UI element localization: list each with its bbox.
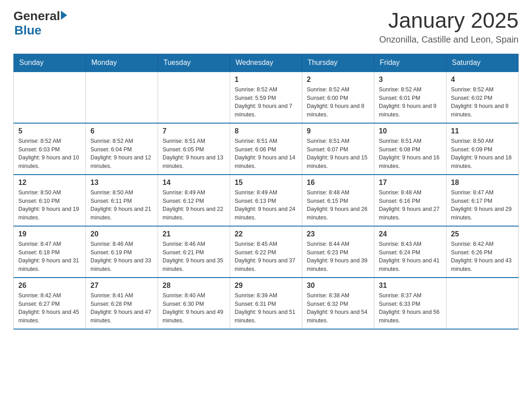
day-number: 27 <box>90 282 153 290</box>
week-row-3: 12Sunrise: 8:50 AM Sunset: 6:10 PM Dayli… <box>14 175 519 226</box>
table-row: 1Sunrise: 8:52 AM Sunset: 5:59 PM Daylig… <box>230 72 302 123</box>
table-row: 21Sunrise: 8:46 AM Sunset: 6:21 PM Dayli… <box>158 226 230 278</box>
table-row: 8Sunrise: 8:51 AM Sunset: 6:06 PM Daylig… <box>230 123 302 175</box>
table-row: 31Sunrise: 8:37 AM Sunset: 6:33 PM Dayli… <box>374 278 446 329</box>
day-number: 3 <box>379 76 442 84</box>
day-number: 10 <box>379 127 442 135</box>
calendar-subtitle: Onzonilla, Castille and Leon, Spain <box>379 34 519 45</box>
day-number: 21 <box>163 230 225 238</box>
day-info: Sunrise: 8:42 AM Sunset: 6:27 PM Dayligh… <box>18 291 81 325</box>
day-info: Sunrise: 8:50 AM Sunset: 6:10 PM Dayligh… <box>18 188 81 222</box>
table-row: 20Sunrise: 8:46 AM Sunset: 6:19 PM Dayli… <box>86 226 158 278</box>
week-row-5: 26Sunrise: 8:42 AM Sunset: 6:27 PM Dayli… <box>14 278 519 329</box>
week-row-4: 19Sunrise: 8:47 AM Sunset: 6:18 PM Dayli… <box>14 226 519 278</box>
logo-arrow-icon <box>61 11 67 20</box>
logo-blue-text: Blue <box>14 23 42 38</box>
day-number: 4 <box>451 76 514 84</box>
day-number: 18 <box>451 179 514 187</box>
day-number: 26 <box>18 282 81 290</box>
day-info: Sunrise: 8:43 AM Sunset: 6:24 PM Dayligh… <box>379 240 442 274</box>
day-info: Sunrise: 8:45 AM Sunset: 6:22 PM Dayligh… <box>235 240 297 274</box>
table-row: 10Sunrise: 8:51 AM Sunset: 6:08 PM Dayli… <box>374 123 446 175</box>
day-number: 6 <box>90 127 153 135</box>
day-info: Sunrise: 8:47 AM Sunset: 6:17 PM Dayligh… <box>451 188 514 222</box>
header-row: Sunday Monday Tuesday Wednesday Thursday… <box>14 54 519 72</box>
day-info: Sunrise: 8:52 AM Sunset: 6:04 PM Dayligh… <box>90 137 153 171</box>
table-row <box>86 72 158 123</box>
day-number: 14 <box>163 179 225 187</box>
day-number: 17 <box>379 179 442 187</box>
table-row: 11Sunrise: 8:50 AM Sunset: 6:09 PM Dayli… <box>446 123 519 175</box>
col-tuesday: Tuesday <box>158 54 230 72</box>
day-number: 8 <box>235 127 297 135</box>
week-row-2: 5Sunrise: 8:52 AM Sunset: 6:03 PM Daylig… <box>14 123 519 175</box>
day-info: Sunrise: 8:51 AM Sunset: 6:08 PM Dayligh… <box>379 137 442 171</box>
table-row: 14Sunrise: 8:49 AM Sunset: 6:12 PM Dayli… <box>158 175 230 226</box>
table-row: 9Sunrise: 8:51 AM Sunset: 6:07 PM Daylig… <box>302 123 374 175</box>
day-info: Sunrise: 8:52 AM Sunset: 6:01 PM Dayligh… <box>379 86 442 119</box>
table-row: 29Sunrise: 8:39 AM Sunset: 6:31 PM Dayli… <box>230 278 302 329</box>
day-info: Sunrise: 8:52 AM Sunset: 6:03 PM Dayligh… <box>18 137 81 171</box>
day-info: Sunrise: 8:52 AM Sunset: 6:02 PM Dayligh… <box>451 86 514 119</box>
day-number: 9 <box>307 127 369 135</box>
calendar-table: Sunday Monday Tuesday Wednesday Thursday… <box>13 54 519 330</box>
day-info: Sunrise: 8:52 AM Sunset: 5:59 PM Dayligh… <box>235 86 297 119</box>
day-info: Sunrise: 8:40 AM Sunset: 6:30 PM Dayligh… <box>163 291 225 325</box>
day-info: Sunrise: 8:39 AM Sunset: 6:31 PM Dayligh… <box>235 291 297 325</box>
table-row: 18Sunrise: 8:47 AM Sunset: 6:17 PM Dayli… <box>446 175 519 226</box>
table-row: 4Sunrise: 8:52 AM Sunset: 6:02 PM Daylig… <box>446 72 519 123</box>
day-info: Sunrise: 8:44 AM Sunset: 6:23 PM Dayligh… <box>307 240 369 274</box>
day-number: 23 <box>307 230 369 238</box>
day-info: Sunrise: 8:50 AM Sunset: 6:11 PM Dayligh… <box>90 188 153 222</box>
col-sunday: Sunday <box>14 54 86 72</box>
day-number: 25 <box>451 230 514 238</box>
table-row: 12Sunrise: 8:50 AM Sunset: 6:10 PM Dayli… <box>14 175 86 226</box>
table-row: 17Sunrise: 8:48 AM Sunset: 6:16 PM Dayli… <box>374 175 446 226</box>
day-number: 30 <box>307 282 369 290</box>
col-thursday: Thursday <box>302 54 374 72</box>
day-number: 1 <box>235 76 297 84</box>
table-row: 27Sunrise: 8:41 AM Sunset: 6:28 PM Dayli… <box>86 278 158 329</box>
day-info: Sunrise: 8:50 AM Sunset: 6:09 PM Dayligh… <box>451 137 514 171</box>
day-info: Sunrise: 8:49 AM Sunset: 6:12 PM Dayligh… <box>163 188 225 222</box>
table-row: 16Sunrise: 8:48 AM Sunset: 6:15 PM Dayli… <box>302 175 374 226</box>
col-wednesday: Wednesday <box>230 54 302 72</box>
table-row: 7Sunrise: 8:51 AM Sunset: 6:05 PM Daylig… <box>158 123 230 175</box>
table-row: 2Sunrise: 8:52 AM Sunset: 6:00 PM Daylig… <box>302 72 374 123</box>
day-number: 24 <box>379 230 442 238</box>
week-row-1: 1Sunrise: 8:52 AM Sunset: 5:59 PM Daylig… <box>14 72 519 123</box>
day-number: 22 <box>235 230 297 238</box>
day-info: Sunrise: 8:41 AM Sunset: 6:28 PM Dayligh… <box>90 291 153 325</box>
table-row: 13Sunrise: 8:50 AM Sunset: 6:11 PM Dayli… <box>86 175 158 226</box>
page-header: General Blue January 2025 Onzonilla, Cas… <box>13 9 519 45</box>
day-number: 15 <box>235 179 297 187</box>
day-number: 13 <box>90 179 153 187</box>
table-row: 24Sunrise: 8:43 AM Sunset: 6:24 PM Dayli… <box>374 226 446 278</box>
day-info: Sunrise: 8:51 AM Sunset: 6:06 PM Dayligh… <box>235 137 297 171</box>
day-number: 31 <box>379 282 442 290</box>
day-info: Sunrise: 8:51 AM Sunset: 6:07 PM Dayligh… <box>307 137 369 171</box>
day-number: 20 <box>90 230 153 238</box>
day-info: Sunrise: 8:46 AM Sunset: 6:21 PM Dayligh… <box>163 240 225 274</box>
table-row: 3Sunrise: 8:52 AM Sunset: 6:01 PM Daylig… <box>374 72 446 123</box>
table-row: 6Sunrise: 8:52 AM Sunset: 6:04 PM Daylig… <box>86 123 158 175</box>
table-row: 30Sunrise: 8:38 AM Sunset: 6:32 PM Dayli… <box>302 278 374 329</box>
table-row: 19Sunrise: 8:47 AM Sunset: 6:18 PM Dayli… <box>14 226 86 278</box>
table-row: 26Sunrise: 8:42 AM Sunset: 6:27 PM Dayli… <box>14 278 86 329</box>
day-number: 29 <box>235 282 297 290</box>
table-row <box>14 72 86 123</box>
table-row: 28Sunrise: 8:40 AM Sunset: 6:30 PM Dayli… <box>158 278 230 329</box>
day-number: 19 <box>18 230 81 238</box>
day-number: 11 <box>451 127 514 135</box>
calendar-title: January 2025 <box>379 9 519 33</box>
day-info: Sunrise: 8:46 AM Sunset: 6:19 PM Dayligh… <box>90 240 153 274</box>
day-number: 5 <box>18 127 81 135</box>
day-info: Sunrise: 8:48 AM Sunset: 6:15 PM Dayligh… <box>307 188 369 222</box>
table-row: 22Sunrise: 8:45 AM Sunset: 6:22 PM Dayli… <box>230 226 302 278</box>
table-row: 5Sunrise: 8:52 AM Sunset: 6:03 PM Daylig… <box>14 123 86 175</box>
table-row: 25Sunrise: 8:42 AM Sunset: 6:26 PM Dayli… <box>446 226 519 278</box>
day-info: Sunrise: 8:51 AM Sunset: 6:05 PM Dayligh… <box>163 137 225 171</box>
day-number: 12 <box>18 179 81 187</box>
day-number: 28 <box>163 282 225 290</box>
table-row: 23Sunrise: 8:44 AM Sunset: 6:23 PM Dayli… <box>302 226 374 278</box>
